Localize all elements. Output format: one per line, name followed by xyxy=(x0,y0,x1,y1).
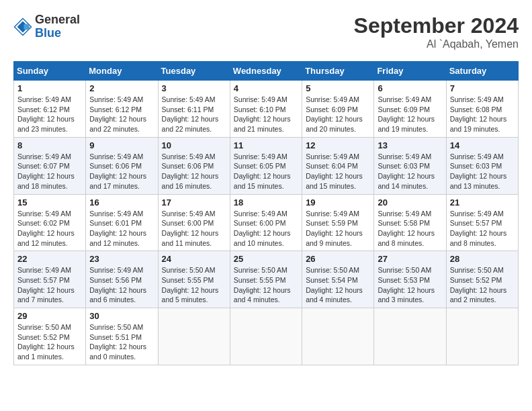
day-number: 3 xyxy=(162,83,226,93)
col-tuesday: Tuesday xyxy=(158,62,230,81)
day-number: 26 xyxy=(306,254,370,264)
calendar-header-row: Sunday Monday Tuesday Wednesday Thursday… xyxy=(14,62,519,81)
day-info: Sunrise: 5:50 AM Sunset: 5:52 PM Dayligh… xyxy=(450,265,515,305)
day-number: 29 xyxy=(17,311,82,321)
day-info: Sunrise: 5:49 AM Sunset: 6:00 PM Dayligh… xyxy=(162,209,226,248)
table-row: 10 Sunrise: 5:49 AM Sunset: 6:06 PM Dayl… xyxy=(158,137,230,194)
table-row: 19 Sunrise: 5:49 AM Sunset: 5:59 PM Dayl… xyxy=(302,194,374,251)
table-row: 4 Sunrise: 5:49 AM Sunset: 6:10 PM Dayli… xyxy=(230,81,302,138)
col-wednesday: Wednesday xyxy=(230,62,302,81)
day-number: 4 xyxy=(234,83,298,93)
col-thursday: Thursday xyxy=(302,62,374,81)
day-number: 24 xyxy=(162,254,226,264)
day-number: 28 xyxy=(450,254,515,264)
logo-text: General Blue xyxy=(35,13,80,40)
day-info: Sunrise: 5:49 AM Sunset: 6:06 PM Dayligh… xyxy=(89,152,154,191)
title-block: September 2024 Al `Aqabah, Yemen xyxy=(354,13,519,50)
day-number: 25 xyxy=(234,254,298,264)
table-row: 23 Sunrise: 5:49 AM Sunset: 5:56 PM Dayl… xyxy=(86,251,158,308)
day-info: Sunrise: 5:49 AM Sunset: 6:01 PM Dayligh… xyxy=(89,209,154,248)
table-row: 1 Sunrise: 5:49 AM Sunset: 6:12 PM Dayli… xyxy=(14,81,86,138)
day-info: Sunrise: 5:50 AM Sunset: 5:52 PM Dayligh… xyxy=(17,322,82,362)
day-number: 16 xyxy=(89,197,154,208)
table-row: 24 Sunrise: 5:50 AM Sunset: 5:55 PM Dayl… xyxy=(158,251,230,308)
logo-blue: Blue xyxy=(35,27,80,40)
table-row: 30 Sunrise: 5:50 AM Sunset: 5:51 PM Dayl… xyxy=(86,308,158,365)
day-info: Sunrise: 5:49 AM Sunset: 5:57 PM Dayligh… xyxy=(450,209,515,248)
calendar-row: 22 Sunrise: 5:49 AM Sunset: 5:57 PM Dayl… xyxy=(14,251,519,308)
day-info: Sunrise: 5:49 AM Sunset: 5:56 PM Dayligh… xyxy=(89,265,154,305)
day-number: 7 xyxy=(450,83,515,93)
table-row: 25 Sunrise: 5:50 AM Sunset: 5:55 PM Dayl… xyxy=(230,251,302,308)
day-info: Sunrise: 5:49 AM Sunset: 6:00 PM Dayligh… xyxy=(234,209,298,248)
logo-general: General xyxy=(35,13,80,27)
day-info: Sunrise: 5:49 AM Sunset: 5:58 PM Dayligh… xyxy=(378,209,442,248)
day-info: Sunrise: 5:49 AM Sunset: 5:59 PM Dayligh… xyxy=(306,209,370,248)
table-row: 20 Sunrise: 5:49 AM Sunset: 5:58 PM Dayl… xyxy=(374,194,446,251)
location-title: Al `Aqabah, Yemen xyxy=(354,38,519,50)
month-title: September 2024 xyxy=(354,13,519,38)
day-info: Sunrise: 5:49 AM Sunset: 6:04 PM Dayligh… xyxy=(306,152,370,191)
day-info: Sunrise: 5:49 AM Sunset: 6:11 PM Dayligh… xyxy=(162,95,226,134)
table-row: 21 Sunrise: 5:49 AM Sunset: 5:57 PM Dayl… xyxy=(446,194,518,251)
table-row: 7 Sunrise: 5:49 AM Sunset: 6:08 PM Dayli… xyxy=(446,81,518,138)
day-info: Sunrise: 5:49 AM Sunset: 6:03 PM Dayligh… xyxy=(450,152,515,191)
table-row: 6 Sunrise: 5:49 AM Sunset: 6:09 PM Dayli… xyxy=(374,81,446,138)
calendar-table: Sunday Monday Tuesday Wednesday Thursday… xyxy=(13,61,519,365)
table-row xyxy=(302,308,374,365)
table-row: 2 Sunrise: 5:49 AM Sunset: 6:12 PM Dayli… xyxy=(86,81,158,138)
table-row: 29 Sunrise: 5:50 AM Sunset: 5:52 PM Dayl… xyxy=(14,308,86,365)
day-info: Sunrise: 5:49 AM Sunset: 6:07 PM Dayligh… xyxy=(17,152,82,191)
calendar-row: 1 Sunrise: 5:49 AM Sunset: 6:12 PM Dayli… xyxy=(14,81,519,138)
day-number: 8 xyxy=(17,140,82,150)
col-sunday: Sunday xyxy=(14,62,86,81)
col-friday: Friday xyxy=(374,62,446,81)
day-number: 9 xyxy=(89,140,154,150)
day-number: 20 xyxy=(378,197,442,208)
day-number: 1 xyxy=(17,83,82,93)
table-row: 5 Sunrise: 5:49 AM Sunset: 6:09 PM Dayli… xyxy=(302,81,374,138)
day-info: Sunrise: 5:50 AM Sunset: 5:54 PM Dayligh… xyxy=(306,265,370,305)
day-number: 13 xyxy=(378,140,442,150)
table-row xyxy=(446,308,518,365)
page-header: General Blue September 2024 Al `Aqabah, … xyxy=(13,13,519,50)
table-row: 22 Sunrise: 5:49 AM Sunset: 5:57 PM Dayl… xyxy=(14,251,86,308)
day-info: Sunrise: 5:49 AM Sunset: 6:06 PM Dayligh… xyxy=(162,152,226,191)
table-row: 14 Sunrise: 5:49 AM Sunset: 6:03 PM Dayl… xyxy=(446,137,518,194)
day-info: Sunrise: 5:49 AM Sunset: 6:10 PM Dayligh… xyxy=(234,95,298,134)
table-row: 12 Sunrise: 5:49 AM Sunset: 6:04 PM Dayl… xyxy=(302,137,374,194)
day-info: Sunrise: 5:50 AM Sunset: 5:55 PM Dayligh… xyxy=(162,265,226,305)
day-info: Sunrise: 5:49 AM Sunset: 6:03 PM Dayligh… xyxy=(378,152,442,191)
day-number: 6 xyxy=(378,83,442,93)
table-row: 9 Sunrise: 5:49 AM Sunset: 6:06 PM Dayli… xyxy=(86,137,158,194)
day-number: 5 xyxy=(306,83,370,93)
day-info: Sunrise: 5:49 AM Sunset: 6:05 PM Dayligh… xyxy=(234,152,298,191)
day-number: 27 xyxy=(378,254,442,264)
calendar-row: 8 Sunrise: 5:49 AM Sunset: 6:07 PM Dayli… xyxy=(14,137,519,194)
day-info: Sunrise: 5:49 AM Sunset: 6:08 PM Dayligh… xyxy=(450,95,515,134)
table-row: 15 Sunrise: 5:49 AM Sunset: 6:02 PM Dayl… xyxy=(14,194,86,251)
logo-icon xyxy=(13,17,32,36)
day-info: Sunrise: 5:50 AM Sunset: 5:51 PM Dayligh… xyxy=(89,322,154,362)
day-number: 15 xyxy=(17,197,82,208)
day-number: 19 xyxy=(306,197,370,208)
day-number: 17 xyxy=(162,197,226,208)
calendar-row: 29 Sunrise: 5:50 AM Sunset: 5:52 PM Dayl… xyxy=(14,308,519,365)
day-info: Sunrise: 5:49 AM Sunset: 5:57 PM Dayligh… xyxy=(17,265,82,305)
day-number: 22 xyxy=(17,254,82,264)
day-number: 12 xyxy=(306,140,370,150)
day-info: Sunrise: 5:49 AM Sunset: 6:12 PM Dayligh… xyxy=(17,95,82,134)
calendar-row: 15 Sunrise: 5:49 AM Sunset: 6:02 PM Dayl… xyxy=(14,194,519,251)
day-number: 14 xyxy=(450,140,515,150)
day-info: Sunrise: 5:50 AM Sunset: 5:53 PM Dayligh… xyxy=(378,265,442,305)
day-number: 18 xyxy=(234,197,298,208)
day-info: Sunrise: 5:49 AM Sunset: 6:02 PM Dayligh… xyxy=(17,209,82,248)
table-row: 28 Sunrise: 5:50 AM Sunset: 5:52 PM Dayl… xyxy=(446,251,518,308)
table-row xyxy=(230,308,302,365)
day-number: 23 xyxy=(89,254,154,264)
table-row: 26 Sunrise: 5:50 AM Sunset: 5:54 PM Dayl… xyxy=(302,251,374,308)
day-number: 30 xyxy=(89,311,154,321)
day-info: Sunrise: 5:49 AM Sunset: 6:09 PM Dayligh… xyxy=(378,95,442,134)
table-row: 18 Sunrise: 5:49 AM Sunset: 6:00 PM Dayl… xyxy=(230,194,302,251)
table-row xyxy=(158,308,230,365)
